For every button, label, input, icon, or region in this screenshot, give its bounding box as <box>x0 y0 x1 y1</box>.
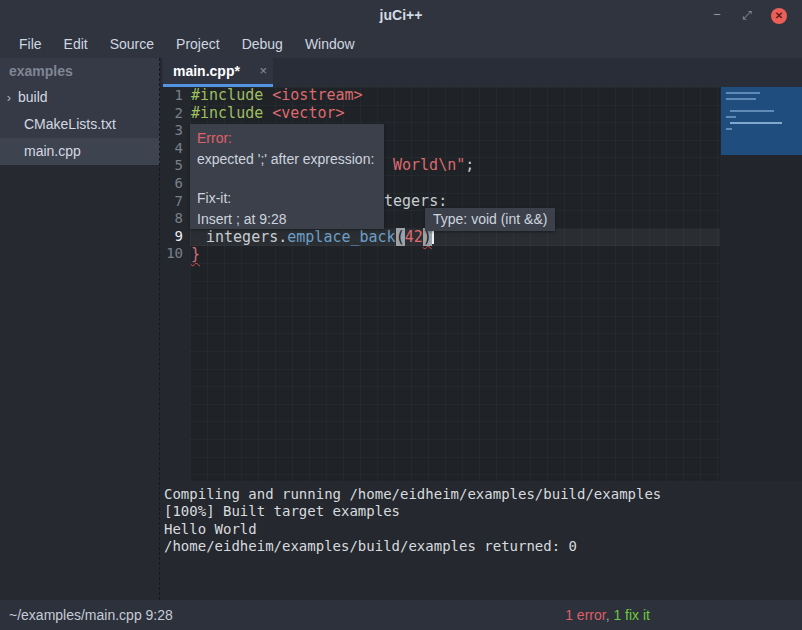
include-directive: #include <box>191 104 272 122</box>
fixit-message: Insert ; at 9:28 <box>197 211 287 227</box>
menu-source[interactable]: Source <box>99 32 165 56</box>
terminal-line: [100%] Built target examples <box>164 503 802 520</box>
code-line-1: #include <iostream> <box>191 87 363 105</box>
tree-item-label: CMakeLists.txt <box>0 116 116 132</box>
restore-icon[interactable]: ⤢ <box>734 0 760 30</box>
tab-close-icon[interactable]: × <box>259 58 267 84</box>
terminal-output[interactable]: Compiling and running /home/eidheim/exam… <box>160 481 802 600</box>
closing-brace: } <box>191 245 200 263</box>
line-number: 8 <box>161 210 190 228</box>
number-literal: 42 <box>405 228 423 246</box>
menubar: File Edit Source Project Debug Window <box>0 30 802 58</box>
tree-item-label: main.cpp <box>0 143 81 159</box>
chevron-right-icon[interactable]: › <box>0 84 18 111</box>
menu-window[interactable]: Window <box>294 32 366 56</box>
line-number: 2 <box>161 105 190 123</box>
terminal-line: Compiling and running /home/eidheim/exam… <box>164 486 802 503</box>
statusbar: ~/examples/main.cpp 9:28 1 error, 1 fix … <box>0 600 802 630</box>
project-name-label: examples <box>0 58 160 84</box>
line-number: 5 <box>161 157 190 175</box>
app-window: juCi++ − ⤢ ✕ File Edit Source Project De… <box>0 0 802 630</box>
tree-item-build[interactable]: ›build <box>0 84 160 111</box>
line-number: 7 <box>161 193 190 211</box>
line-number: 10 <box>161 245 190 263</box>
include-header: <vector> <box>272 104 344 122</box>
line-number: 4 <box>161 140 190 158</box>
tab-main-cpp[interactable]: main.cpp* × <box>163 58 273 87</box>
menu-edit[interactable]: Edit <box>53 32 99 56</box>
error-message: expected ';' after expression: <box>197 151 374 167</box>
terminal-line: /home/eidheim/examples/build/examples re… <box>164 538 802 555</box>
error-count[interactable]: 1 error <box>565 607 605 623</box>
menu-debug[interactable]: Debug <box>231 32 294 56</box>
matched-open-paren: ( <box>396 228 405 246</box>
menu-file[interactable]: File <box>8 32 53 56</box>
minimap[interactable] <box>721 87 802 155</box>
line-number: 6 <box>161 175 190 193</box>
titlebar[interactable]: juCi++ − ⤢ ✕ <box>0 0 802 30</box>
code-line-9: integers.emplace_back(42) <box>191 229 434 247</box>
window-title: juCi++ <box>0 0 802 30</box>
string-literal: World\n" <box>393 156 465 174</box>
sidebar-empty-area <box>0 164 160 600</box>
tree-item-label: build <box>18 89 48 105</box>
code-line-2: #include <vector> <box>191 105 345 123</box>
object-name: integers. <box>206 228 287 246</box>
menu-project[interactable]: Project <box>165 32 231 56</box>
type-tooltip: Type: void (int &&) <box>425 208 555 231</box>
line-number-current: 9 <box>161 228 190 246</box>
include-header: <iostream> <box>272 86 362 104</box>
include-directive: #include <box>191 86 272 104</box>
fixit-count[interactable]: 1 fix it <box>613 607 650 623</box>
terminal-line: Hello World <box>164 521 802 538</box>
line-number: 1 <box>161 87 190 105</box>
tree-item-main-cpp-selected[interactable]: main.cpp <box>0 138 160 165</box>
tabbar: main.cpp* × <box>161 58 802 87</box>
close-button[interactable]: ✕ <box>766 0 792 30</box>
line-number: 3 <box>161 122 190 140</box>
diagnostics-status[interactable]: 1 error, 1 fix it <box>565 600 650 630</box>
semicolon: ; <box>465 156 474 174</box>
code-line-10: } <box>191 246 200 264</box>
code-line-5-fragment: World\n"; <box>393 157 474 175</box>
close-icon: ✕ <box>771 8 787 24</box>
minimize-button[interactable]: − <box>704 0 730 30</box>
text-cursor <box>432 230 434 244</box>
file-location-status: ~/examples/main.cpp 9:28 <box>9 600 173 630</box>
diagnostic-tooltip: Error: expected ';' after expression: Fi… <box>190 124 384 229</box>
tree-item-cmakelists[interactable]: CMakeLists.txt <box>0 111 160 138</box>
line-number-gutter: 1 2 3 4 5 6 7 8 9 10 <box>161 87 190 481</box>
fixit-label: Fix-it: <box>197 190 231 206</box>
method-name: emplace_back <box>287 228 395 246</box>
error-label: Error: <box>197 130 232 146</box>
tab-label: main.cpp* <box>173 63 240 79</box>
